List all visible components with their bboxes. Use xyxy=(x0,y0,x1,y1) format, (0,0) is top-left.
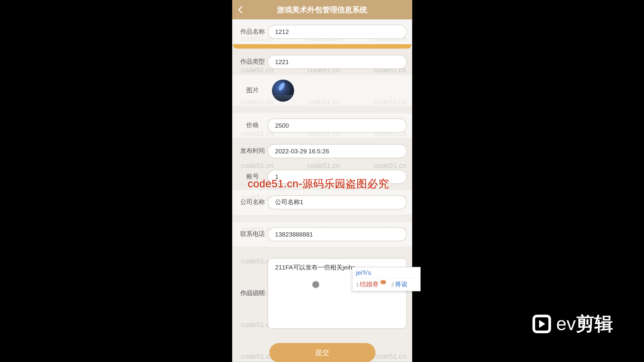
anti-theft-watermark: code51.cn-源码乐园盗图必究 xyxy=(248,177,389,191)
input-work-type[interactable] xyxy=(268,55,407,69)
ime-candidate-2[interactable]: 2将诶 xyxy=(391,281,407,289)
cloud-icon xyxy=(380,280,386,284)
row-pubtime: 发布时间 xyxy=(232,139,412,163)
label-image: 图片 xyxy=(237,87,268,95)
row-price: 价格 xyxy=(232,113,412,138)
input-company[interactable] xyxy=(268,195,407,209)
input-price[interactable] xyxy=(268,118,407,132)
row-work-type: 作品类型 xyxy=(232,50,412,74)
ev-logo-text-cn: 剪辑 xyxy=(576,313,613,334)
label-desc: 作品说明 xyxy=(237,289,268,297)
ime-candidate-popup[interactable]: jei'h's 1结婚赛 2将诶 xyxy=(352,267,420,291)
image-thumbnail[interactable] xyxy=(272,79,294,102)
ev-logo-text-en: ev xyxy=(556,313,576,334)
label-company: 公司名称 xyxy=(237,198,268,206)
label-pubtime: 发布时间 xyxy=(237,147,268,155)
input-phone[interactable] xyxy=(268,227,407,241)
ime-pinyin-text: jei'h's xyxy=(352,267,420,279)
row-desc: 作品说明 xyxy=(232,254,412,333)
submit-area: 提交 xyxy=(232,334,412,362)
row-company: 公司名称 xyxy=(232,190,412,215)
accent-bar xyxy=(233,44,411,49)
page-title: 游戏美术外包管理信息系统 xyxy=(232,5,412,15)
app-header: 游戏美术外包管理信息系统 xyxy=(232,0,412,19)
label-price: 价格 xyxy=(237,121,268,129)
input-pubtime[interactable] xyxy=(268,144,407,158)
back-icon[interactable] xyxy=(238,6,246,14)
submit-button[interactable]: 提交 xyxy=(269,343,375,362)
ime-candidate-row: 1结婚赛 2将诶 xyxy=(352,279,420,291)
ev-editor-logo: ev剪辑 xyxy=(532,311,613,336)
row-phone: 联系电话 xyxy=(232,222,412,247)
row-image: 图片 xyxy=(232,75,412,106)
play-icon xyxy=(532,315,551,333)
label-work-type: 作品类型 xyxy=(237,58,268,66)
loading-indicator-icon xyxy=(312,281,319,288)
input-work-name[interactable] xyxy=(268,25,407,39)
ime-candidate-1[interactable]: 1结婚赛 xyxy=(356,281,386,289)
label-work-name: 作品名称 xyxy=(237,28,268,36)
label-phone: 联系电话 xyxy=(237,230,268,238)
row-work-name: 作品名称 xyxy=(232,19,412,44)
